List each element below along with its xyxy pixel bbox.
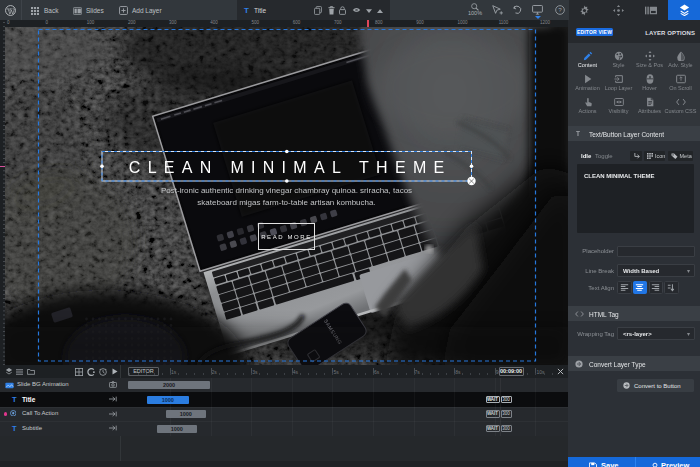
svg-text:?: ? <box>558 6 562 13</box>
